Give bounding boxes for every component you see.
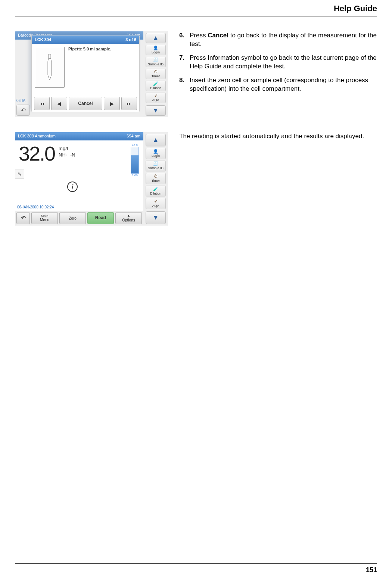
edit-button[interactable]: ✎ [15,170,24,179]
bg-status: 06-IA [16,99,25,103]
result-timestamp: 06-IAN-2000 10:02:24 [17,205,54,209]
side-nav-2: ▲ 👤Login 🧾Sample ID ⏱Timer 🧪Dilution ✔AQ… [143,132,168,226]
range-bar-max: 47.0 [131,143,139,147]
modal-title-bar: LCK 304 3 of 6 [32,35,139,44]
footer-rule [15,563,377,564]
result-value: 32.0 [19,143,55,164]
step-8-number: 8. [179,76,190,93]
nav-sampleid-button[interactable]: 🧾Sample ID [146,57,166,67]
login-icon-2: 👤 [153,149,158,153]
modal-last-button[interactable]: ⏭ [121,97,137,110]
step-6: 6. Press Cancel to go back to the displa… [179,31,377,49]
nav-aqa-label-2: AQA [152,204,159,208]
modal-next-button[interactable]: ▶ [104,97,119,110]
nav-up-button-2[interactable]: ▲ [146,134,166,146]
main-menu-label-1: Main [41,214,49,218]
main-menu-label-2: Menu [40,218,49,222]
range-bar-min: 2.00 [131,174,139,177]
step-8: 8. Insert the zero cell or sample cell (… [179,76,377,93]
nav-login-button-2[interactable]: 👤Login [146,148,166,159]
nav-login-button[interactable]: 👤Login [146,45,166,55]
step-7: 7. Press Information symbol to go back t… [179,54,377,71]
zero-button[interactable]: Zero [59,212,86,224]
nav-dilution-button[interactable]: 🧪Dilution [146,81,166,91]
result-unit-nh4: NH₄⁺-N [59,152,75,158]
timer-icon-2: ⏱ [154,174,158,179]
dilution-icon: 🧪 [153,82,158,86]
login-icon: 👤 [153,46,158,50]
help-modal: LCK 304 3 of 6 Pipette 5.0 ml sample. [31,35,140,112]
modal-title-left: LCK 304 [35,37,51,42]
step-7-text: Press Information symbol to go back to t… [190,54,377,71]
main-menu-button[interactable]: Main Menu [31,212,58,224]
range-bar-fill [131,155,139,173]
result-paragraph: The reading is started automatically and… [179,132,377,141]
pipette-icon [44,52,55,82]
nav-sampleid-button-2[interactable]: 🧾Sample ID [146,161,166,172]
info-icon: i [71,182,74,192]
nav-aqa-button[interactable]: ✔AQA [146,93,166,103]
skip-first-icon: ⏮ [40,101,44,106]
result-unit-mgL: mg/L [59,146,75,152]
result-title-left: LCK 303 Ammonium [18,134,56,139]
result-title-right: 694 am [127,134,140,139]
read-button[interactable]: Read [87,212,114,224]
step-8-text: Insert the zero cell or sample cell (cor… [190,76,377,93]
modal-first-button[interactable]: ⏮ [34,97,50,110]
undo-icon: ↶ [21,107,26,114]
nav-down-button-2[interactable]: ▼ [146,211,166,224]
nav-timer-label-2: Timer [152,179,160,183]
aqa-icon: ✔ [154,94,158,98]
back-button[interactable]: ↶ [16,105,30,116]
nav-sampleid-label-2: Sample ID [148,167,164,170]
nav-login-label-2: Login [152,154,160,158]
step-7-number: 7. [179,54,190,71]
back-button-2[interactable]: ↶ [16,212,30,224]
sampleid-icon-2: 🧾 [153,162,158,166]
step-6-text: Press Cancel to go back to the display o… [190,31,377,49]
page-number: 151 [366,566,377,574]
sampleid-icon: 🧾 [153,58,158,62]
bottom-bar: ↶ Main Menu Zero Read ▲ Options [15,211,143,226]
result-title-bar: LCK 303 Ammonium 694 am [15,132,143,140]
timer-icon: ⏱ [154,70,158,74]
header-rule [15,16,377,16]
nav-up-button[interactable]: ▲ [146,33,166,43]
options-label: Options [122,218,135,222]
screenshot-result: LCK 303 Ammonium 694 am ▲ 👤Login 🧾Sample… [15,132,168,226]
nav-login-label: Login [152,51,160,54]
nav-aqa-button-2[interactable]: ✔AQA [146,198,166,209]
edit-icon: ✎ [18,171,22,177]
options-arrow-icon: ▲ [127,214,130,218]
result-area: 32.0 mg/L NH₄⁺-N 47.0 2.00 ✎ [15,140,143,211]
nav-aqa-label: AQA [152,99,159,102]
modal-prev-button[interactable]: ◀ [51,97,67,110]
modal-title-right: 3 of 6 [125,37,136,42]
result-units: mg/L NH₄⁺-N [55,143,75,158]
prev-icon: ◀ [57,101,61,106]
skip-last-icon: ⏭ [127,101,131,106]
nav-down-button[interactable]: ▼ [146,105,166,116]
modal-step-image [35,47,65,88]
range-bar: 47.0 2.00 [131,143,139,177]
range-bar-body [131,147,139,174]
nav-timer-label: Timer [152,75,160,78]
nav-dilution-label: Dilution [150,87,161,90]
nav-sampleid-label: Sample ID [148,63,164,66]
next-icon: ▶ [110,101,114,106]
modal-instruction: Pipette 5.0 ml sample. [65,47,111,94]
step-6-number: 6. [179,31,190,49]
nav-timer-button-2[interactable]: ⏱Timer [146,173,166,184]
info-button[interactable]: i [67,182,78,192]
side-nav: ▲ 👤Login 🧾Sample ID ⏱Timer 🧪Dilution ✔AQ… [143,31,168,117]
nav-dilution-label-2: Dilution [150,192,161,195]
nav-dilution-button-2[interactable]: 🧪Dilution [146,186,166,197]
dilution-icon-2: 🧪 [153,187,158,191]
options-button[interactable]: ▲ Options [115,212,142,224]
svg-rect-0 [49,54,51,59]
undo-icon-2: ↶ [21,215,26,221]
aqa-icon-2: ✔ [154,199,158,204]
nav-timer-button[interactable]: ⏱Timer [146,69,166,79]
screenshot-help-modal: Barcode Programs 694 am ▲ 👤Login 🧾Sample… [15,31,168,117]
modal-cancel-button[interactable]: Cancel [69,97,103,110]
